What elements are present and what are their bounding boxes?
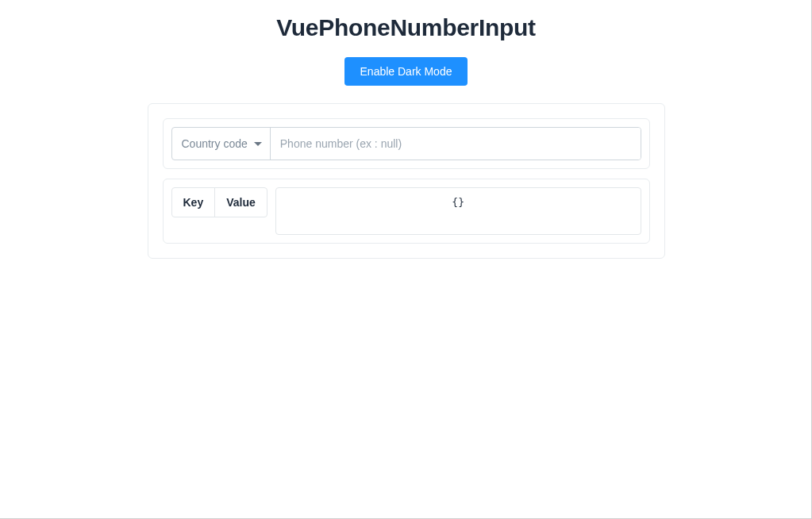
phone-input-group: Country code [171,127,641,160]
page-container: VuePhoneNumberInput Enable Dark Mode Cou… [0,0,812,259]
caret-down-icon [254,142,262,146]
phone-input-row: Country code [163,118,650,169]
results-row: Key Value {} [163,179,650,244]
page-title: VuePhoneNumberInput [276,14,536,41]
phone-number-input[interactable] [271,128,641,160]
kv-table: Key Value [171,187,267,217]
demo-card: Country code Key Value {} [148,103,665,259]
kv-key-header: Key [172,188,215,217]
enable-dark-mode-button[interactable]: Enable Dark Mode [344,57,468,86]
kv-value-header: Value [214,188,267,217]
payload-display: {} [275,187,641,235]
country-code-label: Country code [182,137,248,150]
country-code-select[interactable]: Country code [172,128,271,160]
